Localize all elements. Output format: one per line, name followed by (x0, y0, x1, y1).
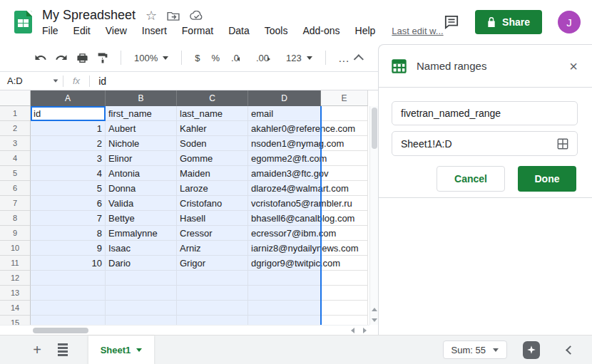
horizontal-scrollbar[interactable] (0, 325, 369, 335)
menu-view[interactable]: View (106, 25, 127, 36)
cell[interactable]: 4 (31, 166, 106, 181)
cell[interactable]: Dario (106, 256, 177, 271)
row-header-6[interactable]: 6 (0, 181, 31, 196)
cell[interactable] (31, 301, 106, 316)
cell[interactable]: 3 (31, 151, 106, 166)
cell[interactable]: Emmalynne (106, 226, 177, 241)
horizontal-scroll-thumb[interactable] (33, 328, 88, 333)
undo-icon[interactable] (31, 48, 49, 67)
cell[interactable]: email (248, 106, 321, 121)
cell[interactable] (106, 301, 177, 316)
collapse-panel-icon[interactable] (566, 345, 575, 355)
menu-data[interactable]: Data (228, 25, 250, 36)
scroll-right-icon[interactable] (363, 328, 367, 333)
row-header-3[interactable]: 3 (0, 136, 31, 151)
row-header-15[interactable]: 15 (0, 316, 31, 325)
cell[interactable] (321, 151, 368, 166)
format-percent-button[interactable]: % (208, 53, 225, 63)
cell[interactable]: vcristofano5@rambler.ru (248, 196, 321, 211)
cell[interactable] (31, 271, 106, 286)
zoom-select[interactable]: 100% (130, 53, 173, 63)
cell[interactable] (177, 271, 248, 286)
menu-file[interactable]: File (42, 25, 58, 36)
menu-add-ons[interactable]: Add-ons (302, 25, 340, 36)
row-header-9[interactable]: 9 (0, 226, 31, 241)
column-header-E[interactable]: E (321, 90, 368, 106)
row-header-2[interactable]: 2 (0, 121, 31, 136)
sheets-logo-icon[interactable] (14, 11, 32, 33)
paint-format-icon[interactable] (94, 48, 112, 67)
cell[interactable] (321, 286, 368, 301)
row-header-4[interactable]: 4 (0, 151, 31, 166)
scroll-down-icon[interactable] (372, 318, 377, 322)
column-header-D[interactable]: D (248, 90, 321, 106)
menu-tools[interactable]: Tools (265, 25, 288, 36)
cell[interactable] (321, 106, 368, 121)
all-sheets-icon[interactable] (54, 341, 71, 358)
scroll-up-icon[interactable] (372, 308, 377, 311)
cell[interactable]: 6 (31, 196, 106, 211)
cell[interactable] (248, 286, 321, 301)
redo-icon[interactable] (52, 48, 70, 67)
column-header-B[interactable]: B (106, 90, 177, 106)
avatar[interactable]: J (558, 11, 581, 33)
range-ref-input[interactable]: Sheet1!A:D (392, 131, 578, 156)
cell[interactable] (106, 316, 177, 325)
comment-history-icon[interactable] (444, 15, 459, 29)
select-all-corner[interactable] (0, 90, 31, 106)
cell[interactable]: Valida (106, 196, 177, 211)
cell[interactable] (177, 301, 248, 316)
format-currency-button[interactable]: $ (190, 53, 204, 63)
cancel-button[interactable]: Cancel (437, 166, 505, 192)
row-header-11[interactable]: 11 (0, 256, 31, 271)
menu-format[interactable]: Format (182, 25, 213, 36)
vertical-scrollbar[interactable] (369, 106, 378, 325)
sheet-tab-menu-icon[interactable] (136, 348, 142, 352)
cell[interactable]: Isaac (106, 241, 177, 256)
cell[interactable]: Cressor (177, 226, 248, 241)
cell[interactable]: bhasell6@canalblog.com (248, 211, 321, 226)
row-header-7[interactable]: 7 (0, 196, 31, 211)
cell[interactable]: Gomme (177, 151, 248, 166)
formula-input[interactable]: id (90, 76, 106, 87)
vertical-scroll-thumb[interactable] (372, 108, 377, 149)
toolbar-overflow-button[interactable]: ... (335, 52, 354, 64)
cell[interactable] (321, 301, 368, 316)
cell[interactable]: Aubert (106, 121, 177, 136)
share-button[interactable]: Share (475, 10, 542, 34)
row-header-1[interactable]: 1 (0, 106, 31, 121)
cell[interactable]: Kahler (177, 121, 248, 136)
decrease-decimal-button[interactable]: .0 (227, 53, 249, 63)
cell[interactable]: akahler0@reference.com (248, 121, 321, 136)
cell[interactable]: Laroze (177, 181, 248, 196)
cell[interactable] (177, 316, 248, 325)
menu-help[interactable]: Help (355, 25, 376, 36)
cell[interactable] (248, 316, 321, 325)
row-header-8[interactable]: 8 (0, 211, 31, 226)
cell[interactable] (31, 316, 106, 325)
document-title[interactable]: My Spreadsheet (42, 8, 136, 23)
row-header-12[interactable]: 12 (0, 271, 31, 286)
cell[interactable]: 8 (31, 226, 106, 241)
cell[interactable]: first_name (106, 106, 177, 121)
cell[interactable]: Bettye (106, 211, 177, 226)
cell[interactable]: Grigor (177, 256, 248, 271)
select-data-range-icon[interactable] (557, 138, 568, 150)
cell[interactable]: Nichole (106, 136, 177, 151)
cell[interactable]: 10 (31, 256, 106, 271)
more-formats-button[interactable]: 123 (282, 53, 317, 63)
cell[interactable] (106, 286, 177, 301)
collapse-toolbar-icon[interactable] (354, 54, 364, 64)
column-header-C[interactable]: C (177, 90, 248, 106)
close-icon[interactable]: × (569, 59, 578, 73)
sheet-tab[interactable]: Sheet1 (88, 336, 154, 364)
cell[interactable] (248, 271, 321, 286)
print-icon[interactable] (73, 48, 91, 67)
cell[interactable]: 9 (31, 241, 106, 256)
scroll-left-icon[interactable] (351, 328, 354, 333)
cell[interactable] (321, 316, 368, 325)
cell[interactable] (248, 301, 321, 316)
cell[interactable] (321, 271, 368, 286)
cell[interactable] (177, 286, 248, 301)
cell[interactable]: Cristofano (177, 196, 248, 211)
